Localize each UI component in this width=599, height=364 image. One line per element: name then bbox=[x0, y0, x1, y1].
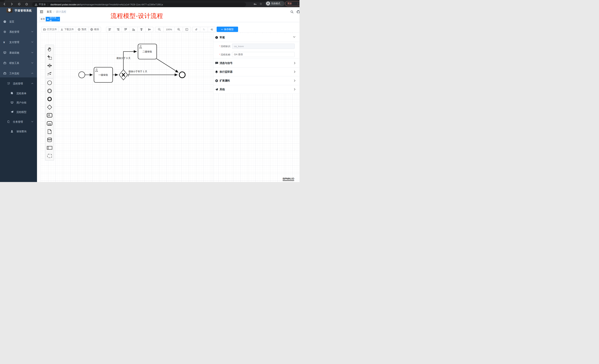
flow-task2-to-end[interactable] bbox=[157, 59, 178, 72]
task-level1-approval[interactable]: 一级审批 bbox=[94, 67, 113, 82]
flow-gateway-to-task2[interactable] bbox=[123, 51, 137, 70]
chevron-right-icon bbox=[294, 62, 295, 64]
chevron-right-icon bbox=[294, 88, 295, 91]
task-level2-approval[interactable]: 二级审批 bbox=[138, 44, 157, 59]
process-name-input[interactable] bbox=[232, 52, 295, 57]
properties-panel: i 常规 *流程标识 *流程名称 消息与信号 执行监听 bbox=[213, 33, 300, 94]
svg-text:二级审批: 二级审批 bbox=[142, 50, 152, 53]
panel-section-execution-listeners[interactable]: 执行监听器 bbox=[213, 68, 300, 76]
field-label-process-key: *流程标识 bbox=[215, 45, 230, 48]
required-asterisk: * bbox=[219, 45, 220, 48]
chevron-down-icon[interactable] bbox=[293, 36, 295, 38]
flow-label-gt3[interactable]: 请假大于 3 天 bbox=[116, 57, 131, 59]
bpmn-io-logo[interactable]: BPMN.iO bbox=[283, 177, 294, 181]
info-icon: i bbox=[215, 36, 218, 39]
end-event[interactable] bbox=[179, 72, 185, 78]
bell-icon bbox=[215, 70, 218, 73]
panel-section-messages-signals[interactable]: 消息与信号 bbox=[213, 59, 300, 68]
panel-section-extended-attributes[interactable]: 扩展属性 bbox=[213, 76, 300, 85]
panel-section-general[interactable]: i 常规 bbox=[213, 33, 300, 42]
exclusive-gateway[interactable] bbox=[119, 70, 128, 80]
chevron-right-icon bbox=[294, 79, 295, 82]
svg-text:一级审批: 一级审批 bbox=[98, 74, 108, 76]
page: 不安全 dashboard.yudao.iocoder.cn/bpm/manag… bbox=[0, 0, 300, 182]
chevron-right-icon bbox=[294, 71, 295, 73]
field-label-process-name: *流程名称 bbox=[215, 53, 230, 56]
flow-label-le1[interactable]: 请假小于等于 1 天 bbox=[128, 70, 147, 73]
required-asterisk: * bbox=[219, 53, 220, 56]
message-icon bbox=[215, 62, 218, 65]
svg-text:i: i bbox=[216, 37, 217, 39]
panel-section-other[interactable]: 其他 bbox=[213, 85, 300, 94]
start-event[interactable] bbox=[79, 72, 85, 78]
send-icon bbox=[215, 88, 218, 91]
plus-circle-icon bbox=[215, 79, 218, 82]
process-key-input[interactable] bbox=[232, 44, 295, 49]
